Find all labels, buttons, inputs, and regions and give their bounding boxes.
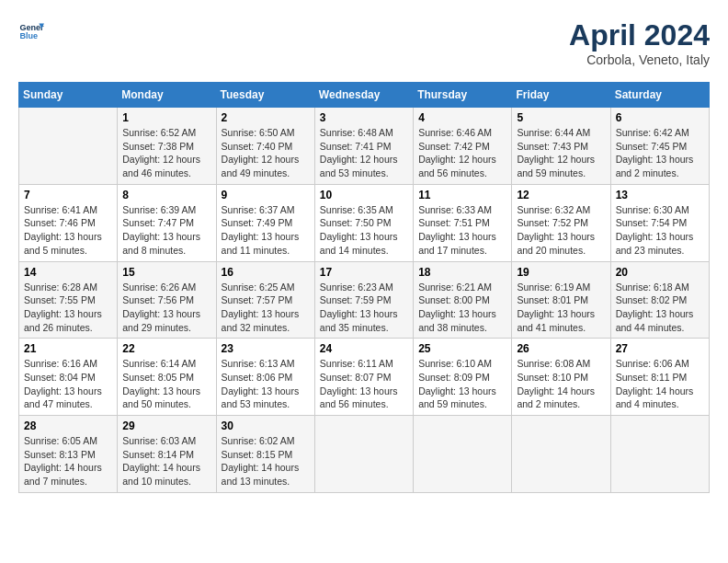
day-cell (19, 108, 118, 185)
day-cell (610, 416, 709, 493)
day-info: Sunrise: 6:11 AMSunset: 8:07 PMDaylight:… (320, 357, 408, 411)
day-header-monday: Monday (118, 83, 216, 108)
day-info: Sunrise: 6:14 AMSunset: 8:05 PMDaylight:… (122, 357, 210, 411)
day-number: 1 (122, 111, 210, 124)
day-info: Sunrise: 6:19 AMSunset: 8:01 PMDaylight:… (517, 281, 605, 335)
day-info: Sunrise: 6:35 AMSunset: 7:50 PMDaylight:… (320, 203, 408, 258)
day-cell (414, 416, 512, 493)
day-cell (512, 416, 610, 493)
day-number: 24 (320, 342, 408, 355)
day-cell: 12Sunrise: 6:32 AMSunset: 7:52 PMDayligh… (512, 184, 610, 261)
day-cell: 15Sunrise: 6:26 AMSunset: 7:56 PMDayligh… (118, 261, 216, 339)
day-info: Sunrise: 6:18 AMSunset: 8:02 PMDaylight:… (616, 281, 704, 335)
logo-icon: General Blue (18, 18, 44, 44)
day-number: 8 (122, 189, 210, 201)
day-cell: 26Sunrise: 6:08 AMSunset: 8:10 PMDayligh… (512, 339, 610, 416)
day-info: Sunrise: 6:08 AMSunset: 8:10 PMDaylight:… (517, 357, 605, 411)
day-number: 23 (222, 342, 310, 355)
day-cell: 29Sunrise: 6:03 AMSunset: 8:14 PMDayligh… (118, 416, 216, 493)
day-header-saturday: Saturday (610, 83, 709, 108)
week-row-4: 21Sunrise: 6:16 AMSunset: 8:04 PMDayligh… (19, 339, 710, 416)
page-header: General Blue April 2024 Corbola, Veneto,… (18, 18, 710, 67)
day-info: Sunrise: 6:52 AMSunset: 7:38 PMDaylight:… (122, 126, 210, 180)
day-cell: 24Sunrise: 6:11 AMSunset: 8:07 PMDayligh… (314, 339, 413, 416)
day-info: Sunrise: 6:30 AMSunset: 7:54 PMDaylight:… (616, 203, 704, 258)
day-header-tuesday: Tuesday (216, 83, 314, 108)
day-cell: 3Sunrise: 6:48 AMSunset: 7:41 PMDaylight… (314, 108, 413, 185)
day-info: Sunrise: 6:28 AMSunset: 7:55 PMDaylight:… (24, 281, 112, 335)
day-info: Sunrise: 6:41 AMSunset: 7:46 PMDaylight:… (24, 203, 112, 258)
header-row: SundayMondayTuesdayWednesdayThursdayFrid… (19, 83, 710, 108)
day-cell: 7Sunrise: 6:41 AMSunset: 7:46 PMDaylight… (19, 184, 118, 261)
day-cell: 28Sunrise: 6:05 AMSunset: 8:13 PMDayligh… (19, 416, 118, 493)
day-number: 25 (418, 342, 506, 355)
day-number: 4 (418, 111, 506, 124)
day-cell: 20Sunrise: 6:18 AMSunset: 8:02 PMDayligh… (610, 261, 709, 339)
day-number: 20 (616, 266, 704, 279)
week-row-2: 7Sunrise: 6:41 AMSunset: 7:46 PMDaylight… (19, 184, 710, 261)
day-cell: 17Sunrise: 6:23 AMSunset: 7:59 PMDayligh… (314, 261, 413, 339)
day-cell: 25Sunrise: 6:10 AMSunset: 8:09 PMDayligh… (414, 339, 512, 416)
day-info: Sunrise: 6:50 AMSunset: 7:40 PMDaylight:… (222, 126, 310, 180)
title-block: April 2024 Corbola, Veneto, Italy (569, 18, 710, 67)
day-info: Sunrise: 6:37 AMSunset: 7:49 PMDaylight:… (222, 203, 310, 258)
day-cell: 2Sunrise: 6:50 AMSunset: 7:40 PMDaylight… (216, 108, 314, 185)
month-title: April 2024 (569, 18, 710, 52)
day-number: 29 (122, 419, 210, 432)
day-number: 12 (517, 189, 605, 201)
day-info: Sunrise: 6:32 AMSunset: 7:52 PMDaylight:… (517, 203, 605, 258)
day-info: Sunrise: 6:05 AMSunset: 8:13 PMDaylight:… (24, 434, 112, 488)
day-header-friday: Friday (512, 83, 610, 108)
day-number: 18 (418, 266, 506, 279)
day-number: 17 (320, 266, 408, 279)
day-cell: 16Sunrise: 6:25 AMSunset: 7:57 PMDayligh… (216, 261, 314, 339)
day-cell: 23Sunrise: 6:13 AMSunset: 8:06 PMDayligh… (216, 339, 314, 416)
day-cell: 4Sunrise: 6:46 AMSunset: 7:42 PMDaylight… (414, 108, 512, 185)
day-info: Sunrise: 6:06 AMSunset: 8:11 PMDaylight:… (616, 357, 704, 411)
day-number: 26 (517, 342, 605, 355)
day-info: Sunrise: 6:25 AMSunset: 7:57 PMDaylight:… (222, 281, 310, 335)
day-number: 28 (24, 419, 112, 432)
day-number: 14 (24, 266, 112, 279)
day-info: Sunrise: 6:03 AMSunset: 8:14 PMDaylight:… (122, 434, 210, 488)
day-cell: 5Sunrise: 6:44 AMSunset: 7:43 PMDaylight… (512, 108, 610, 185)
day-cell (314, 416, 413, 493)
day-cell: 9Sunrise: 6:37 AMSunset: 7:49 PMDaylight… (216, 184, 314, 261)
day-number: 5 (517, 111, 605, 124)
day-info: Sunrise: 6:16 AMSunset: 8:04 PMDaylight:… (24, 357, 112, 411)
day-header-sunday: Sunday (19, 83, 118, 108)
day-number: 2 (222, 111, 310, 124)
day-info: Sunrise: 6:44 AMSunset: 7:43 PMDaylight:… (517, 126, 605, 180)
day-number: 22 (122, 342, 210, 355)
day-info: Sunrise: 6:21 AMSunset: 8:00 PMDaylight:… (418, 281, 506, 335)
day-info: Sunrise: 6:23 AMSunset: 7:59 PMDaylight:… (320, 281, 408, 335)
day-info: Sunrise: 6:10 AMSunset: 8:09 PMDaylight:… (418, 357, 506, 411)
day-cell: 14Sunrise: 6:28 AMSunset: 7:55 PMDayligh… (19, 261, 118, 339)
day-number: 9 (222, 189, 310, 201)
day-cell: 1Sunrise: 6:52 AMSunset: 7:38 PMDaylight… (118, 108, 216, 185)
day-number: 3 (320, 111, 408, 124)
svg-text:Blue: Blue (19, 31, 38, 40)
day-info: Sunrise: 6:48 AMSunset: 7:41 PMDaylight:… (320, 126, 408, 180)
day-number: 30 (222, 419, 310, 432)
day-number: 21 (24, 342, 112, 355)
day-cell: 10Sunrise: 6:35 AMSunset: 7:50 PMDayligh… (314, 184, 413, 261)
day-number: 27 (616, 342, 704, 355)
day-cell: 8Sunrise: 6:39 AMSunset: 7:47 PMDaylight… (118, 184, 216, 261)
calendar-header: SundayMondayTuesdayWednesdayThursdayFrid… (19, 83, 710, 108)
day-number: 16 (222, 266, 310, 279)
day-header-thursday: Thursday (414, 83, 512, 108)
day-info: Sunrise: 6:39 AMSunset: 7:47 PMDaylight:… (122, 203, 210, 258)
logo: General Blue (18, 18, 44, 44)
day-cell: 30Sunrise: 6:02 AMSunset: 8:15 PMDayligh… (216, 416, 314, 493)
day-cell: 19Sunrise: 6:19 AMSunset: 8:01 PMDayligh… (512, 261, 610, 339)
location-subtitle: Corbola, Veneto, Italy (569, 52, 710, 67)
day-number: 7 (24, 189, 112, 201)
day-number: 10 (320, 189, 408, 201)
day-cell: 11Sunrise: 6:33 AMSunset: 7:51 PMDayligh… (414, 184, 512, 261)
day-info: Sunrise: 6:13 AMSunset: 8:06 PMDaylight:… (222, 357, 310, 411)
day-number: 6 (616, 111, 704, 124)
day-info: Sunrise: 6:26 AMSunset: 7:56 PMDaylight:… (122, 281, 210, 335)
day-number: 11 (418, 189, 506, 201)
day-info: Sunrise: 6:33 AMSunset: 7:51 PMDaylight:… (418, 203, 506, 258)
